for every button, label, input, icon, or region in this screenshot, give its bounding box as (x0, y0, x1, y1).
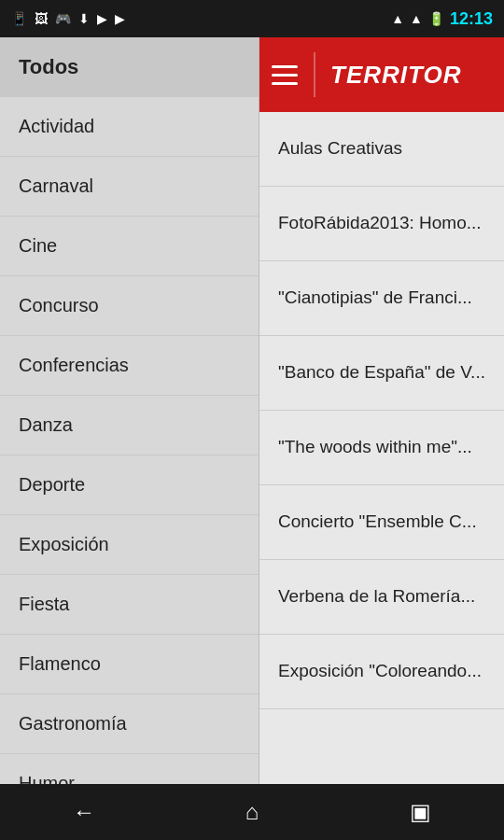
wifi-icon: ▲ (391, 11, 404, 26)
sidebar-item-label-carnaval: Carnaval (19, 175, 93, 197)
status-bar: 📱 🖼 🎮 ⬇ ▶ ▶ ▲ ▲ 🔋 12:13 (0, 0, 504, 37)
content-item-text-4: "Banco de España" de V... (278, 361, 485, 385)
image-icon: 🖼 (35, 11, 48, 26)
sidebar-item-label-concurso: Concurso (19, 295, 99, 316)
sidebar-item-label-exposicion: Exposición (19, 534, 109, 555)
hamburger-line-2 (272, 74, 298, 77)
hamburger-line-1 (272, 65, 298, 68)
battery-icon: 🔋 (428, 11, 444, 26)
content-item-text-8: Exposición "Coloreando... (278, 660, 482, 683)
signal-icon: ▲ (410, 11, 423, 26)
download-icon: ⬇ (78, 11, 90, 26)
content-item-text-2: FotoRábida2013: Homo... (278, 212, 482, 235)
sidebar-item-actividad[interactable]: Actividad (0, 97, 259, 157)
content-item-7[interactable]: Verbena de la Romería... (259, 560, 504, 635)
sidebar-item-deporte[interactable]: Deporte (0, 455, 259, 515)
content-item-1[interactable]: Aulas Creativas (259, 112, 504, 187)
sidebar-item-danza[interactable]: Danza (0, 396, 259, 455)
back-icon: ← (73, 799, 95, 825)
sidebar-item-label-danza: Danza (19, 414, 73, 436)
bottom-nav: ← ⌂ ▣ (0, 784, 504, 840)
back-button[interactable]: ← (47, 790, 121, 834)
content-item-text-3: "Cianotipias" de Franci... (278, 287, 472, 310)
content-item-4[interactable]: "Banco de España" de V... (259, 336, 504, 411)
sidebar-item-gastronomia[interactable]: Gastronomía (0, 694, 259, 754)
sidebar-item-label-actividad: Actividad (19, 116, 94, 137)
media-icon: ▶ (115, 11, 125, 26)
sidebar-item-flamenco[interactable]: Flamenco (0, 635, 259, 694)
main-layout: TodosActividadCarnavalCineConcursoConfer… (0, 37, 504, 840)
sidebar-item-label-flamenco: Flamenco (19, 653, 101, 675)
content-item-6[interactable]: Concierto "Ensemble C... (259, 485, 504, 560)
status-icons-right: ▲ ▲ 🔋 12:13 (391, 9, 493, 29)
sidebar-item-label-gastronomia: Gastronomía (19, 713, 127, 735)
home-icon: ⌂ (245, 799, 259, 825)
sidebar-item-concurso[interactable]: Concurso (0, 276, 259, 336)
sidebar-item-label-deporte: Deporte (19, 474, 85, 496)
content-item-text-6: Concierto "Ensemble C... (278, 511, 477, 534)
sidebar: TodosActividadCarnavalCineConcursoConfer… (0, 37, 259, 840)
recents-icon: ▣ (410, 799, 431, 825)
content-item-3[interactable]: "Cianotipias" de Franci... (259, 261, 504, 336)
game-icon: 🎮 (55, 11, 71, 26)
sidebar-item-conferencias[interactable]: Conferencias (0, 336, 259, 396)
sidebar-item-carnaval[interactable]: Carnaval (0, 157, 259, 217)
content-list: Aulas CreativasFotoRábida2013: Homo..."C… (259, 112, 504, 840)
sidebar-item-cine[interactable]: Cine (0, 217, 259, 276)
home-button[interactable]: ⌂ (215, 790, 289, 834)
sidebar-item-label-cine: Cine (19, 235, 57, 257)
sidebar-item-label-todos: Todos (19, 55, 78, 79)
sidebar-item-label-fiesta: Fiesta (19, 594, 69, 615)
content-item-2[interactable]: FotoRábida2013: Homo... (259, 187, 504, 261)
content-item-text-5: "The woods within me"... (278, 436, 472, 459)
hamburger-button[interactable] (271, 52, 315, 97)
content-item-text-1: Aulas Creativas (278, 137, 402, 161)
app-title: TERRITOR (330, 61, 461, 90)
sidebar-item-exposicion[interactable]: Exposición (0, 515, 259, 575)
content-item-5[interactable]: "The woods within me"... (259, 411, 504, 485)
screenshot-icon: 📱 (11, 11, 27, 26)
content-panel: TERRITOR Aulas CreativasFotoRábida2013: … (259, 37, 504, 840)
content-item-text-7: Verbena de la Romería... (278, 585, 475, 609)
sidebar-item-label-conferencias: Conferencias (19, 355, 129, 376)
sidebar-item-fiesta[interactable]: Fiesta (0, 575, 259, 635)
status-icons-left: 📱 🖼 🎮 ⬇ ▶ ▶ (11, 11, 125, 26)
content-item-8[interactable]: Exposición "Coloreando... (259, 635, 504, 709)
sidebar-item-todos[interactable]: Todos (0, 37, 259, 97)
play-icon: ▶ (97, 11, 107, 26)
recents-button[interactable]: ▣ (383, 790, 457, 834)
toolbar: TERRITOR (259, 37, 504, 112)
hamburger-line-3 (272, 82, 298, 85)
status-time: 12:13 (450, 9, 493, 29)
